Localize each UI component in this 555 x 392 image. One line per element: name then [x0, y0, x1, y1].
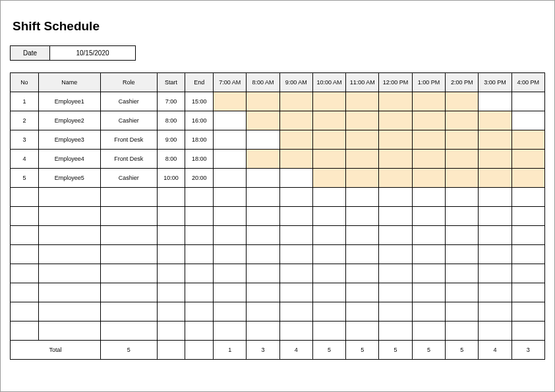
cell-role: Front Desk [100, 130, 157, 150]
empty-cell [279, 207, 312, 226]
hour-cell [412, 169, 445, 188]
empty-cell [100, 188, 157, 207]
empty-cell [185, 245, 214, 264]
cell-name: Employee4 [38, 150, 100, 169]
empty-cell [479, 264, 511, 283]
empty-cell [279, 322, 312, 341]
empty-cell [247, 283, 279, 302]
empty-cell [157, 188, 185, 207]
empty-cell [446, 226, 479, 245]
empty-cell [346, 207, 379, 226]
hour-cell [379, 111, 412, 130]
hour-cell [479, 169, 511, 188]
col-hour-2: 9:00 AM [279, 73, 312, 92]
empty-cell [346, 302, 379, 322]
empty-cell [247, 207, 279, 226]
table-row: 2Employee2Cashier8:0016:00 [11, 111, 545, 130]
hour-cell [346, 130, 379, 150]
hour-cell [312, 130, 345, 150]
empty-cell [185, 188, 214, 207]
empty-cell [279, 245, 312, 264]
total-count: 5 [100, 341, 157, 360]
cell-start: 10:00 [157, 169, 185, 188]
empty-cell [412, 264, 445, 283]
empty-cell [479, 283, 511, 302]
empty-cell [11, 322, 39, 341]
empty-cell [38, 188, 100, 207]
hour-cell [247, 150, 279, 169]
empty-cell [511, 188, 544, 207]
empty-cell [214, 188, 247, 207]
hour-cell [214, 150, 247, 169]
hour-cell [312, 169, 345, 188]
empty-cell [312, 264, 345, 283]
empty-cell [446, 264, 479, 283]
empty-cell [11, 302, 39, 322]
empty-cell [412, 188, 445, 207]
cell-name: Employee2 [38, 111, 100, 130]
empty-cell [185, 264, 214, 283]
empty-cell [412, 226, 445, 245]
total-row: Total51345555543 [11, 341, 545, 360]
hour-cell [479, 150, 511, 169]
hour-cell [511, 150, 544, 169]
empty-cell [312, 188, 345, 207]
empty-cell [157, 322, 185, 341]
table-row: 3Employee3Front Desk9:0018:00 [11, 130, 545, 150]
hour-cell [446, 130, 479, 150]
hour-cell [446, 150, 479, 169]
table-row-empty [11, 188, 545, 207]
empty-cell [446, 302, 479, 322]
empty-cell [279, 188, 312, 207]
cell-role: Front Desk [100, 150, 157, 169]
empty-cell [100, 322, 157, 341]
empty-cell [511, 245, 544, 264]
total-hour-6: 5 [412, 341, 445, 360]
empty-cell [11, 283, 39, 302]
empty-cell [11, 264, 39, 283]
cell-no: 1 [11, 92, 39, 111]
date-label: Date [11, 46, 50, 61]
empty-cell [38, 322, 100, 341]
empty-cell [38, 226, 100, 245]
col-hour-4: 11:00 AM [346, 73, 379, 92]
hour-cell [379, 150, 412, 169]
empty-cell [379, 302, 412, 322]
empty-cell [214, 264, 247, 283]
hour-cell [346, 169, 379, 188]
hour-cell [379, 169, 412, 188]
hour-cell [247, 169, 279, 188]
empty-cell [214, 207, 247, 226]
hour-cell [511, 169, 544, 188]
empty-cell [11, 207, 39, 226]
empty-cell [446, 322, 479, 341]
hour-cell [379, 92, 412, 111]
empty-cell [511, 264, 544, 283]
total-blank [157, 341, 185, 360]
empty-cell [100, 264, 157, 283]
empty-cell [247, 302, 279, 322]
empty-cell [479, 245, 511, 264]
empty-cell [346, 264, 379, 283]
hour-cell [511, 111, 544, 130]
total-label: Total [11, 341, 101, 360]
hour-cell [479, 92, 511, 111]
total-blank [185, 341, 214, 360]
header-row: No Name Role Start End 7:00 AM8:00 AM9:0… [11, 73, 545, 92]
empty-cell [511, 226, 544, 245]
cell-name: Employee1 [38, 92, 100, 111]
empty-cell [412, 322, 445, 341]
hour-cell [312, 111, 345, 130]
hour-cell [214, 130, 247, 150]
empty-cell [11, 226, 39, 245]
hour-cell [412, 92, 445, 111]
hour-cell [279, 130, 312, 150]
empty-cell [446, 207, 479, 226]
table-row-empty [11, 264, 545, 283]
table-row: 1Employee1Cashier7:0015:00 [11, 92, 545, 111]
empty-cell [279, 283, 312, 302]
empty-cell [346, 188, 379, 207]
table-row-empty [11, 283, 545, 302]
empty-cell [157, 302, 185, 322]
empty-cell [446, 188, 479, 207]
